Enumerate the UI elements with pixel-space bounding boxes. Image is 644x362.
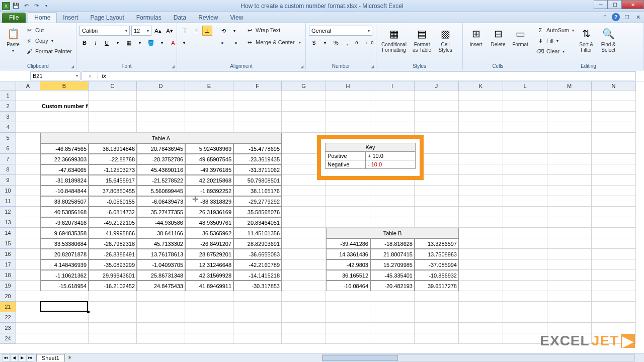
sheet-tab[interactable]: Sheet1 [36, 354, 65, 361]
tab-nav-next-icon[interactable]: ▶ [18, 354, 26, 361]
cell[interactable] [16, 207, 40, 217]
cell[interactable] [89, 90, 137, 101]
tab-view[interactable]: View [224, 13, 250, 23]
cell[interactable]: -1.12503273 [89, 164, 137, 175]
maximize-button[interactable]: ☐ [608, 0, 622, 9]
cell[interactable]: -42.9803 [326, 259, 370, 270]
row-header[interactable]: 14 [0, 228, 16, 238]
column-header[interactable]: M [547, 81, 592, 90]
cell[interactable]: Custom number format [40, 101, 89, 112]
cell[interactable] [547, 270, 592, 281]
cell[interactable]: 38.13914846 [89, 143, 137, 154]
cell[interactable] [370, 122, 415, 133]
cell[interactable] [503, 217, 547, 228]
cell[interactable]: 42.31569928 [185, 270, 233, 281]
cell[interactable] [282, 90, 326, 101]
cell[interactable]: 15.2709985 [370, 259, 415, 270]
cell[interactable] [415, 101, 459, 112]
tab-formulas[interactable]: Formulas [130, 13, 168, 23]
cell[interactable]: 21.8007415 [370, 249, 415, 259]
workbook-close-icon[interactable]: ✕ [634, 13, 642, 21]
cell[interactable]: -39.441286 [326, 238, 370, 249]
cell[interactable] [459, 270, 503, 281]
cell[interactable]: 26.31936169 [185, 207, 233, 217]
cell[interactable] [185, 302, 233, 312]
cell[interactable]: -42.2160789 [233, 259, 282, 270]
cell[interactable] [415, 291, 459, 302]
cell[interactable] [233, 291, 282, 302]
cell[interactable]: -31.3711062 [233, 164, 282, 175]
cell[interactable] [40, 333, 89, 344]
format-cells-button[interactable]: ▭Format [510, 26, 530, 48]
cell[interactable] [137, 112, 185, 122]
cell[interactable] [503, 143, 547, 154]
cell[interactable]: 20.78436945 [137, 143, 185, 154]
autosum-button[interactable]: ΣAutoSum▾ [536, 26, 574, 35]
cell[interactable] [415, 112, 459, 122]
cell[interactable] [503, 196, 547, 207]
align-bottom-icon[interactable]: ⊥ [202, 26, 212, 36]
cell[interactable]: 39.6517278 [415, 281, 459, 291]
cell[interactable] [282, 323, 326, 333]
cell[interactable] [137, 312, 185, 323]
cell[interactable] [459, 186, 503, 196]
cell[interactable] [282, 270, 326, 281]
column-header[interactable]: J [415, 81, 459, 90]
cell[interactable]: 42.20215868 [185, 175, 233, 186]
cell[interactable] [415, 323, 459, 333]
window-restore-icon[interactable]: ☐ [623, 13, 631, 21]
cell[interactable] [185, 291, 233, 302]
name-box[interactable]: B21▾ [30, 71, 80, 80]
cell[interactable] [547, 217, 592, 228]
cell[interactable] [233, 323, 282, 333]
cell[interactable] [89, 323, 137, 333]
cell[interactable]: 15.6455917 [89, 175, 137, 186]
cell[interactable] [16, 291, 40, 302]
cell[interactable] [16, 143, 40, 154]
sort-filter-button[interactable]: ⇅Sort & Filter [576, 26, 596, 54]
dialog-launcher-icon[interactable]: ◢ [71, 64, 74, 69]
row-header[interactable]: 24 [0, 333, 16, 344]
cell[interactable] [370, 207, 415, 217]
row-header[interactable]: 2 [0, 101, 16, 112]
row-header[interactable]: 8 [0, 164, 16, 175]
cell[interactable]: -1.04093705 [137, 259, 185, 270]
cell[interactable]: -31.8189824 [40, 175, 89, 186]
cell[interactable] [326, 122, 370, 133]
cell[interactable]: -9.62073416 [40, 217, 89, 228]
cell[interactable] [547, 143, 592, 154]
cell[interactable]: 50.79808501 [233, 175, 282, 186]
worksheet-grid[interactable]: ABCDEFGHIJKLMN 1234567891011121314151617… [0, 81, 644, 353]
cell[interactable] [326, 302, 370, 312]
cell[interactable]: 38.1165176 [233, 186, 282, 196]
cell[interactable] [459, 238, 503, 249]
cell[interactable] [415, 302, 459, 312]
cell[interactable] [137, 333, 185, 344]
cell[interactable] [282, 249, 326, 259]
cell[interactable] [282, 196, 326, 207]
cell[interactable] [137, 90, 185, 101]
cell[interactable] [503, 302, 547, 312]
cell[interactable] [282, 312, 326, 323]
cell[interactable] [459, 154, 503, 164]
cell-styles-button[interactable]: ▧Cell Styles [435, 26, 455, 54]
cell[interactable]: -21.5278522 [137, 175, 185, 186]
cell[interactable]: 25.86731348 [137, 270, 185, 281]
cell[interactable] [16, 196, 40, 207]
cell[interactable]: -6.06439473 [137, 196, 185, 207]
cell[interactable]: 33.80258507 [40, 196, 89, 207]
cell[interactable] [503, 133, 547, 143]
cell[interactable] [40, 323, 89, 333]
row-header[interactable]: 16 [0, 249, 16, 259]
cell[interactable]: 40.53056168 [40, 207, 89, 217]
cell[interactable] [233, 333, 282, 344]
cell[interactable] [459, 333, 503, 344]
cell[interactable] [89, 312, 137, 323]
italic-button[interactable]: I [91, 38, 101, 48]
row-header[interactable]: 21 [0, 302, 16, 312]
cell[interactable]: -16.2102452 [89, 281, 137, 291]
cell[interactable] [326, 112, 370, 122]
cell[interactable] [89, 122, 137, 133]
cell[interactable] [370, 196, 415, 207]
cell[interactable] [16, 101, 40, 112]
